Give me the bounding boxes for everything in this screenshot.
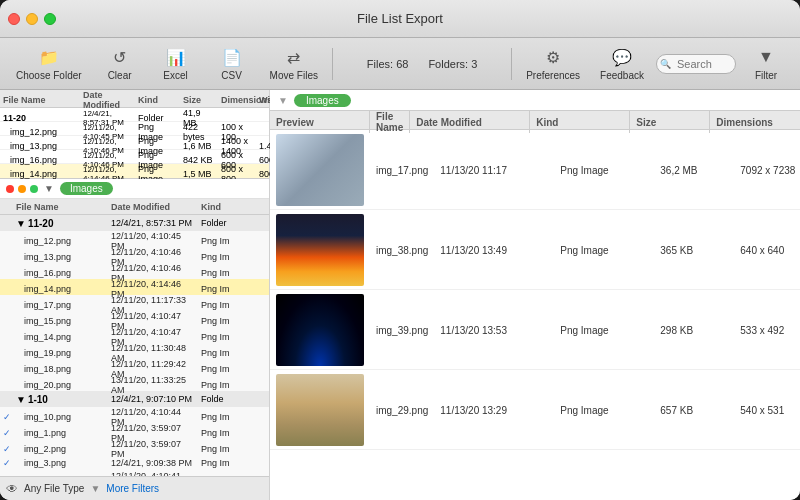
folder-11-20[interactable]: ▼11-20 12/4/21, 8:57:31 PM Folder	[0, 215, 269, 231]
maximize-button[interactable]	[44, 13, 56, 25]
list-item[interactable]: ✓ img_2.png 12/11/20, 3:59:07 PM Png Im	[0, 439, 269, 455]
col-dims: Dimensions	[218, 95, 256, 105]
files-count: Files: 68	[367, 58, 409, 70]
list-item[interactable]: img_18.png 12/11/20, 11:29:42 AM Png Im	[0, 359, 269, 375]
minimize-button[interactable]	[26, 13, 38, 25]
file-kind-cell: Png Im	[199, 284, 254, 294]
feedback-button[interactable]: 💬 Feedback	[592, 42, 652, 85]
list-item[interactable]: ✓ img_10.png 12/11/20, 4:10:44 PM Png Im	[0, 407, 269, 423]
file-list-header: File Name Date Modified Kind	[0, 199, 269, 215]
folder-1-10-kind: Folde	[199, 394, 254, 404]
toolbar-right: ⚙ Preferences 💬 Feedback ▼ Filter	[518, 42, 792, 85]
excel-icon: 📊	[165, 46, 187, 68]
list-item[interactable]: img_15.png 12/11/20, 4:10:47 PM Png Im	[0, 311, 269, 327]
check-cell: ✓	[0, 444, 14, 454]
file-date-cell: 12/4/21, 9:09:38 PM	[109, 458, 199, 468]
list-item[interactable]: img_19.png 12/11/20, 11:30:48 AM Png Im	[0, 343, 269, 359]
file-kind-cell: Png Im	[199, 444, 254, 454]
file-kind-cell: Png Im	[199, 300, 254, 310]
file-kind-cell: Png Im	[199, 252, 254, 262]
file-name-cell: img_12.png	[14, 236, 109, 246]
folders-count: Folders: 3	[428, 58, 477, 70]
list-item[interactable]: img_17.png 12/11/20, 11:17:33 AM Png Im	[0, 295, 269, 311]
red-dot	[6, 185, 14, 193]
folder-1-10-date: 12/4/21, 9:07:10 PM	[109, 394, 199, 404]
table-row[interactable]: img_38.png 11/13/20 13:49 Png Image 365 …	[270, 210, 800, 290]
file-kind-cell: Png Im	[199, 458, 254, 468]
file-name-cell: img_10.png	[14, 412, 109, 422]
detail-row-2: img_12.png 12/11/20, 4:10:45 PM Png Imag…	[0, 122, 269, 136]
list-item[interactable]: ✓ img_1.png 12/11/20, 3:59:07 PM Png Im	[0, 423, 269, 439]
gear-icon: ⚙	[542, 46, 564, 68]
filename-cell: img_38.png	[370, 245, 434, 256]
toolbar-stats: Files: 68 Folders: 3	[339, 58, 505, 70]
filename-cell: img_39.png	[370, 325, 434, 336]
left-group-bar: ▼ Images	[0, 179, 269, 199]
file-name-cell: img_2.png	[14, 444, 109, 454]
preferences-button[interactable]: ⚙ Preferences	[518, 42, 588, 85]
move-files-button[interactable]: ⇄ Move Files	[262, 42, 326, 85]
toolbar-sep-2	[511, 48, 512, 80]
table-row[interactable]: img_29.png 11/13/20 13:29 Png Image 657 …	[270, 370, 800, 450]
move-icon: ⇄	[283, 46, 305, 68]
table-row[interactable]: img_39.png 11/13/20 13:53 Png Image 298 …	[270, 290, 800, 370]
group-collapse-icon: ▼	[278, 95, 288, 106]
list-item[interactable]: img_13.png 12/11/20, 4:10:46 PM Png Im	[0, 247, 269, 263]
dr3-size: 1,6 MB	[180, 141, 218, 151]
main-content: File Name Date Modified Kind Size Dimens…	[0, 90, 800, 500]
file-items-11-20: img_12.png 12/11/20, 4:10:45 PM Png Im i…	[0, 231, 269, 391]
filter-icon: ▼	[755, 46, 777, 68]
file-name-cell: img_13.png	[14, 252, 109, 262]
window-title: File List Export	[357, 11, 443, 26]
size-cell: 657 KB	[654, 405, 734, 416]
feedback-icon: 💬	[611, 46, 633, 68]
list-item[interactable]: img_16.png 12/11/20, 4:10:46 PM Png Im	[0, 263, 269, 279]
expand-icon: ▼	[44, 183, 54, 194]
close-button[interactable]	[8, 13, 20, 25]
choose-folder-button[interactable]: 📁 Choose Folder	[8, 42, 90, 85]
file-items-1-10: ✓ img_10.png 12/11/20, 4:10:44 PM Png Im…	[0, 407, 269, 476]
table-row[interactable]: img_17.png 11/13/20 11:17 Png Image 36,2…	[270, 130, 800, 210]
file-type-label: Any File Type	[24, 483, 84, 494]
csv-icon: 📄	[221, 46, 243, 68]
dr4-name: img_16.png	[0, 155, 80, 165]
size-cell: 365 KB	[654, 245, 734, 256]
choose-folder-label: Choose Folder	[16, 70, 82, 81]
folder-icon: 📁	[38, 46, 60, 68]
file-date-cell: 12/11/20, 3:59:07 PM	[109, 439, 199, 459]
dr4-size: 842 KB	[180, 155, 218, 165]
folder-1-10[interactable]: ▼1-10 12/4/21, 9:07:10 PM Folde	[0, 391, 269, 407]
group-images-tag: Images	[294, 94, 351, 107]
file-list: File Name Date Modified Kind ▼11-20 12/4…	[0, 199, 269, 476]
dropdown-arrow: ▼	[90, 483, 100, 494]
dr5-size: 1,5 MB	[180, 169, 218, 179]
clear-button[interactable]: ↺ Clear	[94, 42, 146, 85]
list-item[interactable]: img_14.png 12/11/20, 4:14:46 PM Png Im	[0, 279, 269, 295]
move-files-label: Move Files	[270, 70, 318, 81]
kind-cell: Png Image	[554, 245, 654, 256]
excel-button[interactable]: 📊 Excel	[150, 42, 202, 85]
table-body: img_17.png 11/13/20 11:17 Png Image 36,2…	[270, 130, 800, 500]
fname-col: File Name	[14, 202, 109, 212]
csv-button[interactable]: 📄 CSV	[206, 42, 258, 85]
file-kind-cell: Png Im	[199, 236, 254, 246]
list-item[interactable]: img_14.png 12/11/20, 4:10:47 PM Png Im	[0, 327, 269, 343]
more-filters-button[interactable]: More Filters	[106, 483, 159, 494]
green-dot	[30, 185, 38, 193]
filter-button[interactable]: ▼ Filter	[740, 42, 792, 85]
csv-label: CSV	[221, 70, 242, 81]
fkind-col: Kind	[199, 202, 254, 212]
file-browser-panel: File Name Date Modified Kind Size Dimens…	[0, 90, 270, 500]
size-cell: 298 KB	[654, 325, 734, 336]
preview-cell	[270, 370, 370, 450]
folder-11-20-date: 12/4/21, 8:57:31 PM	[109, 218, 199, 228]
col-date: Date Modified	[80, 90, 135, 110]
list-item[interactable]: ✓ img_3.png 12/4/21, 9:09:38 PM Png Im	[0, 455, 269, 471]
dr3-name: img_13.png	[0, 141, 80, 151]
list-item[interactable]: img_12.png 12/11/20, 4:10:45 PM Png Im	[0, 231, 269, 247]
search-input[interactable]	[656, 54, 736, 74]
list-item[interactable]: img_20.png 13/11/20, 11:33:25 AM Png Im	[0, 375, 269, 391]
feedback-label: Feedback	[600, 70, 644, 81]
check-cell: ✓	[0, 412, 14, 422]
date-cell: 11/13/20 13:53	[434, 325, 554, 336]
